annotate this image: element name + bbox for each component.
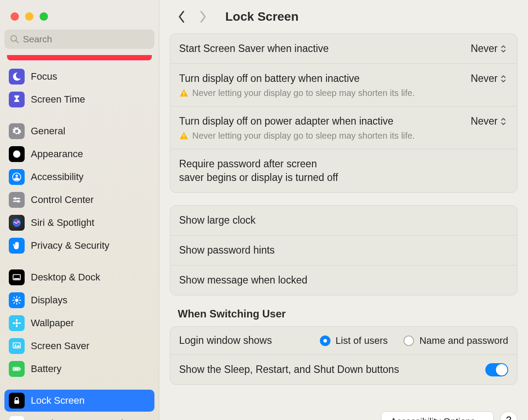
battery-display-label: Turn display off on battery when inactiv… xyxy=(179,72,462,85)
contrast-icon xyxy=(9,146,25,162)
sidebar-item-general[interactable]: General xyxy=(4,120,154,142)
sidebar-item-battery[interactable]: Battery xyxy=(4,358,154,380)
adapter-display-label: Turn display off on power adapter when i… xyxy=(179,114,462,128)
sidebar-item-partial[interactable] xyxy=(7,55,152,60)
gear-icon xyxy=(9,123,25,139)
battery-icon xyxy=(9,361,25,377)
warning-icon xyxy=(179,131,189,141)
sliders-icon xyxy=(9,192,25,208)
sidebar-item-appearance[interactable]: Appearance xyxy=(4,143,154,165)
sidebar-item-focus[interactable]: Focus xyxy=(4,66,154,88)
screensaver-value: Never xyxy=(471,43,498,55)
svg-point-22 xyxy=(16,319,18,322)
sidebar-item-accessibility[interactable]: Accessibility xyxy=(4,166,154,188)
siri-icon xyxy=(9,215,25,231)
panel-show: Show large clock Show password hints Sho… xyxy=(170,205,517,295)
sidebar-item-touch-id-password[interactable]: Touch ID & Password xyxy=(4,413,154,420)
svg-rect-29 xyxy=(14,368,19,370)
search-icon xyxy=(10,34,19,44)
header: Lock Screen xyxy=(159,0,528,33)
sidebar-item-screen-saver[interactable]: Screen Saver xyxy=(4,335,154,357)
svg-rect-34 xyxy=(183,134,184,137)
svg-line-18 xyxy=(19,302,20,303)
sidebar-item-label: Touch ID & Password xyxy=(31,418,123,420)
login-window-radio-group: List of users Name and password xyxy=(320,335,508,346)
main-pane: Lock Screen Start Screen Saver when inac… xyxy=(159,0,528,420)
moon-icon xyxy=(9,69,25,85)
svg-point-12 xyxy=(15,298,18,302)
search-input[interactable] xyxy=(23,34,149,44)
search-field[interactable] xyxy=(4,29,154,49)
svg-point-24 xyxy=(13,322,15,324)
fingerprint-icon xyxy=(9,416,25,420)
password-hints-label: Show password hints xyxy=(179,243,508,257)
nav-back-button[interactable] xyxy=(175,10,188,23)
svg-point-23 xyxy=(16,325,18,328)
sleep-buttons-switch[interactable] xyxy=(485,363,508,376)
chevron-updown-icon xyxy=(500,75,506,83)
sidebar-item-control-center[interactable]: Control Center xyxy=(4,189,154,211)
sidebar-list[interactable]: FocusScreen TimeGeneralAppearanceAccessi… xyxy=(0,55,159,420)
warning-icon xyxy=(179,88,189,98)
sun-icon xyxy=(9,292,25,308)
svg-line-1 xyxy=(16,41,18,43)
sidebar-item-screen-time[interactable]: Screen Time xyxy=(4,88,154,111)
sidebar-item-label: Screen Saver xyxy=(31,340,89,352)
svg-line-20 xyxy=(19,297,20,298)
sidebar-item-lock-screen[interactable]: Lock Screen xyxy=(4,390,154,412)
message-locked-label: Show message when locked xyxy=(179,273,508,287)
screensaver-popup[interactable]: Never xyxy=(469,42,508,55)
maximize-window-button[interactable] xyxy=(40,12,48,21)
help-button[interactable]: ? xyxy=(500,411,517,420)
sidebar-item-wallpaper[interactable]: Wallpaper xyxy=(4,312,154,334)
battery-display-popup[interactable]: Never xyxy=(469,72,508,85)
footer: Accessibility Options… ? xyxy=(159,408,528,420)
nav-forward-button[interactable] xyxy=(196,10,209,23)
close-window-button[interactable] xyxy=(11,12,19,21)
sidebar-item-label: Privacy & Security xyxy=(31,240,110,251)
sidebar-item-label: Screen Time xyxy=(31,94,85,105)
svg-point-8 xyxy=(17,200,19,203)
battery-display-warning: Never letting your display go to sleep m… xyxy=(192,88,415,98)
require-password-label: Require password after screen saver begi… xyxy=(179,157,340,184)
sidebar-item-siri-spotlight[interactable]: Siri & Spotlight xyxy=(4,212,154,234)
sidebar-item-label: Displays xyxy=(31,295,67,306)
sidebar-item-label: Accessibility xyxy=(31,171,84,183)
window-controls xyxy=(0,0,159,29)
minimize-window-button[interactable] xyxy=(25,12,33,21)
hourglass-icon xyxy=(9,92,25,107)
screensaver-label: Start Screen Saver when inactive xyxy=(179,42,462,55)
radio-list-label: List of users xyxy=(336,335,388,346)
battery-display-value: Never xyxy=(471,73,498,85)
sleep-buttons-label: Show the Sleep, Restart, and Shut Down b… xyxy=(179,363,478,376)
page-title: Lock Screen xyxy=(225,10,299,24)
svg-rect-30 xyxy=(20,368,21,370)
adapter-display-popup[interactable]: Never xyxy=(469,114,508,128)
svg-rect-31 xyxy=(15,400,19,404)
sidebar-item-displays[interactable]: Displays xyxy=(4,289,154,311)
svg-point-4 xyxy=(15,175,18,177)
switching-user-title: When Switching User xyxy=(178,308,517,320)
screensaver-icon xyxy=(9,338,25,354)
svg-rect-26 xyxy=(13,343,21,348)
svg-rect-32 xyxy=(183,92,184,94)
sidebar-item-label: Desktop & Dock xyxy=(31,272,100,283)
svg-line-17 xyxy=(14,297,15,298)
panel-switching: Login window shows List of users Name an… xyxy=(170,326,517,385)
svg-point-21 xyxy=(15,322,18,324)
svg-point-25 xyxy=(18,322,21,324)
sidebar-item-privacy-security[interactable]: Privacy & Security xyxy=(4,235,154,257)
radio-circle-icon xyxy=(403,335,414,346)
adapter-display-warning: Never letting your display go to sleep m… xyxy=(192,131,415,141)
chevron-updown-icon xyxy=(500,118,506,125)
accessibility-options-button[interactable]: Accessibility Options… xyxy=(381,411,494,420)
large-clock-label: Show large clock xyxy=(179,214,508,227)
login-window-label: Login window shows xyxy=(179,335,272,346)
sidebar-item-label: Battery xyxy=(31,363,62,375)
sidebar-item-label: Appearance xyxy=(31,148,83,160)
sidebar-item-desktop-dock[interactable]: Desktop & Dock xyxy=(4,266,154,288)
chevron-updown-icon xyxy=(500,45,506,53)
sidebar-item-label: Siri & Spotlight xyxy=(31,217,94,228)
radio-name-password[interactable]: Name and password xyxy=(403,335,508,346)
radio-list-of-users[interactable]: List of users xyxy=(320,335,388,346)
